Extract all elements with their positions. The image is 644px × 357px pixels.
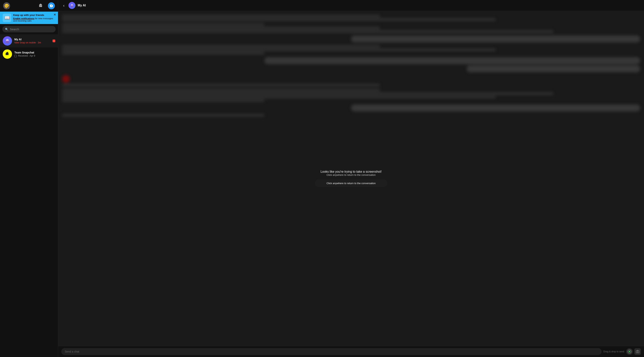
my-ai-info: My AI New Snap on mobile · 3m: [14, 38, 50, 44]
svg-rect-20: [636, 350, 639, 353]
screenshot-overlay: Looks like you're trying to take a scree…: [315, 170, 387, 187]
screenshot-title: Looks like you're trying to take a scree…: [320, 170, 382, 176]
sidebar: 😊 ⚙ 📖 Keep up with yo: [0, 0, 58, 357]
enable-notifications-link[interactable]: Enable notifications: [13, 17, 34, 20]
chat-area[interactable]: Looks like you're trying to take a scree…: [58, 11, 644, 346]
input-bar: Drag & drop to send: [58, 346, 644, 357]
sticker-button[interactable]: [626, 348, 633, 355]
svg-point-0: [40, 5, 40, 6]
svg-point-15: [71, 5, 72, 5]
search-input-wrap: 🔍: [2, 26, 56, 32]
svg-point-12: [70, 6, 73, 7]
svg-point-19: [629, 351, 630, 352]
chat-list: My AI New Snap on mobile · 3m Team Snapc…: [0, 34, 58, 357]
my-ai-avatar: [3, 36, 12, 46]
team-snapchat-avatar: [3, 50, 12, 59]
notification-banner: 📖 Keep up with your friends Enable notif…: [0, 12, 58, 24]
user-avatar[interactable]: 😊 ⚙: [3, 2, 10, 9]
svg-point-4: [6, 41, 9, 43]
received-icon: [14, 55, 17, 57]
main-header: ‹ My AI: [58, 0, 644, 11]
my-ai-name: My AI: [14, 38, 50, 41]
notification-banner-text: Keep up with your friends Enable notific…: [13, 14, 55, 22]
team-snapchat-status: Received · Apr 9: [14, 54, 55, 57]
svg-point-7: [7, 40, 7, 40]
chat-input[interactable]: [65, 350, 598, 353]
search-input[interactable]: [10, 28, 53, 31]
gear-icon: ⚙: [7, 6, 10, 9]
search-icon: 🔍: [5, 28, 8, 31]
chat-item-my-ai[interactable]: My AI New Snap on mobile · 3m: [0, 34, 58, 48]
notification-banner-title: Keep up with your friends: [13, 14, 55, 17]
my-ai-status: New Snap on mobile · 3m: [14, 41, 50, 44]
notification-banner-icon: 📖: [3, 14, 11, 22]
my-ai-badge: [52, 40, 55, 42]
back-button[interactable]: ‹: [62, 2, 66, 8]
main-content: ‹ My AI: [58, 0, 644, 357]
input-icons: [626, 348, 641, 355]
search-bar: 🔍: [0, 24, 58, 34]
svg-point-1: [41, 5, 42, 6]
notification-close-button[interactable]: ✕: [54, 13, 56, 16]
header-title: My AI: [78, 4, 86, 7]
top-nav-icons: [38, 2, 55, 9]
drag-drop-text: Drag & drop to send: [604, 350, 624, 353]
chat-item-team-snapchat[interactable]: Team Snapchat Received · Apr 9: [0, 48, 58, 61]
svg-point-21: [637, 351, 638, 352]
chat-input-wrap: [61, 348, 602, 355]
header-avatar[interactable]: [68, 2, 76, 9]
camera-button[interactable]: [634, 348, 641, 355]
team-snapchat-name: Team Snapchat: [14, 51, 55, 54]
screenshot-return-button[interactable]: Click anywhere to return to the conversa…: [315, 180, 387, 187]
blurred-messages: [62, 15, 640, 116]
team-snapchat-info: Team Snapchat Received · Apr 9: [14, 51, 55, 57]
new-chat-button[interactable]: [48, 2, 55, 9]
notification-banner-subtitle: Enable notifications for new messages an…: [13, 17, 55, 22]
top-nav: 😊 ⚙: [0, 0, 58, 12]
svg-point-16: [72, 5, 72, 5]
ghost-icon[interactable]: [38, 2, 44, 9]
svg-point-8: [8, 40, 8, 40]
